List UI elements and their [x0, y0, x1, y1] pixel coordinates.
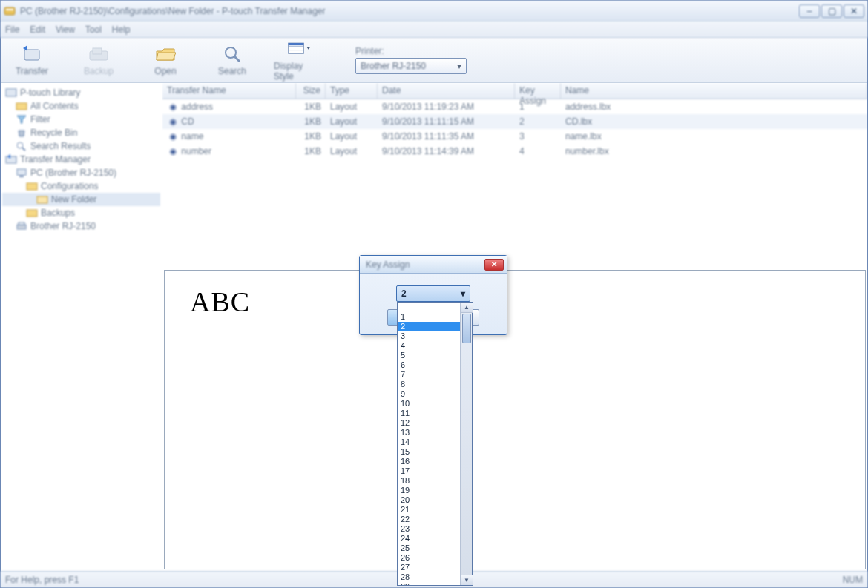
search-button[interactable]: Search [207, 44, 257, 76]
dialog-title: Key Assign [363, 260, 410, 270]
dropdown-option[interactable]: 12 [398, 418, 460, 428]
printer-label: Printer: [355, 46, 467, 56]
close-button[interactable]: ✕ [844, 4, 864, 18]
key-assign-combobox[interactable]: 2 ▾ [396, 285, 470, 302]
app-icon [4, 5, 16, 17]
svg-rect-1 [6, 9, 13, 10]
tree-library[interactable]: P-touch Library [2, 86, 160, 99]
header-transfer-name[interactable]: Transfer Name [162, 83, 296, 99]
tree-search-results[interactable]: Search Results [2, 139, 160, 153]
scroll-thumb[interactable] [462, 314, 471, 343]
dropdown-option[interactable]: 29 [398, 582, 460, 585]
transfer-button[interactable]: Transfer [7, 44, 57, 76]
dialog-close-button[interactable]: ✕ [484, 259, 504, 271]
list-view-icon [287, 39, 311, 59]
scroll-down-button[interactable]: ▼ [461, 575, 473, 585]
menu-tool[interactable]: Tool [85, 24, 102, 35]
backup-icon [87, 44, 111, 65]
dropdown-option[interactable]: 16 [398, 457, 460, 466]
dropdown-option[interactable]: 11 [398, 409, 460, 418]
dropdown-option[interactable]: 24 [398, 534, 460, 544]
tree-backups[interactable]: Backups [2, 206, 160, 219]
scroll-up-button[interactable]: ▲ [461, 303, 473, 313]
status-help: For Help, press F1 [5, 575, 79, 585]
dropdown-option[interactable]: 7 [398, 370, 460, 380]
tree-pc[interactable]: PC (Brother RJ-2150) [2, 166, 160, 179]
right-panel: Transfer Name Size Type Date Key Assign … [162, 83, 867, 571]
header-size[interactable]: Size [296, 83, 326, 99]
tree-panel: P-touch Library All Contents Filter Recy… [1, 83, 162, 571]
svg-point-5 [226, 47, 236, 58]
dropdown-option[interactable]: 23 [398, 524, 460, 534]
app-window: PC (Brother RJ-2150)\Configurations\New … [0, 0, 868, 588]
open-button[interactable]: Open [140, 44, 191, 76]
svg-rect-15 [6, 156, 16, 163]
menu-file[interactable]: File [5, 24, 19, 35]
dropdown-option[interactable]: 26 [398, 553, 460, 563]
list-row[interactable]: ◉ name1KBLayout9/10/2013 11:11:35 AM3nam… [162, 129, 867, 144]
dropdown-option[interactable]: 25 [398, 544, 460, 553]
chevron-down-icon: ▾ [461, 288, 465, 299]
key-assign-dropdown: -123456789101112131415161718192021222324… [397, 302, 473, 586]
minimize-button[interactable]: – [799, 4, 820, 18]
tree-recycle[interactable]: Recycle Bin [2, 126, 160, 139]
printer-select[interactable]: Brother RJ-2150 ▾ [355, 58, 467, 74]
dropdown-option[interactable]: 3 [398, 331, 460, 341]
title-bar: PC (Brother RJ-2150)\Configurations\New … [1, 1, 867, 22]
svg-line-6 [234, 56, 240, 62]
dropdown-option[interactable]: 8 [398, 380, 460, 389]
dropdown-option[interactable]: 22 [398, 515, 460, 524]
dropdown-option[interactable]: 9 [398, 389, 460, 399]
header-date[interactable]: Date [378, 83, 515, 99]
svg-rect-10 [289, 43, 304, 45]
list-row[interactable]: ◉ number1KBLayout9/10/2013 11:14:39 AM4n… [162, 144, 867, 159]
dropdown-option[interactable]: 28 [398, 572, 460, 582]
svg-point-13 [17, 142, 23, 148]
chevron-down-icon: ▾ [457, 61, 461, 71]
svg-rect-2 [24, 50, 39, 60]
dropdown-option[interactable]: 13 [398, 428, 460, 437]
menu-bar: File Edit View Tool Help [1, 22, 867, 38]
dropdown-scrollbar[interactable]: ▲ ▼ [460, 303, 472, 585]
header-key-assign[interactable]: Key Assign [515, 83, 561, 99]
svg-rect-21 [17, 225, 26, 229]
magnifier-icon [220, 44, 244, 65]
tree-transfer-manager[interactable]: Transfer Manager [2, 153, 160, 166]
menu-edit[interactable]: Edit [30, 24, 45, 35]
tree-all-contents[interactable]: All Contents [2, 99, 160, 113]
dropdown-option[interactable]: 2 [398, 322, 460, 331]
dropdown-option[interactable]: 18 [398, 476, 460, 486]
dropdown-option[interactable]: - [398, 303, 460, 312]
menu-view[interactable]: View [56, 24, 75, 35]
dropdown-option[interactable]: 6 [398, 360, 460, 370]
list-row[interactable]: ◉ address1KBLayout9/10/2013 11:19:23 AM1… [162, 99, 867, 114]
maximize-button[interactable]: ▢ [821, 4, 842, 18]
svg-line-14 [22, 148, 25, 151]
dropdown-option[interactable]: 10 [398, 399, 460, 409]
dropdown-option[interactable]: 17 [398, 466, 460, 476]
header-type[interactable]: Type [326, 83, 378, 99]
dropdown-option[interactable]: 15 [398, 447, 460, 457]
list-row[interactable]: ◉ CD1KBLayout9/10/2013 11:11:15 AM2CD.lb… [162, 114, 867, 129]
preview-text: ABC [190, 285, 250, 318]
svg-rect-19 [37, 196, 47, 203]
dropdown-option[interactable]: 14 [398, 437, 460, 447]
svg-rect-17 [19, 176, 24, 177]
dropdown-option[interactable]: 27 [398, 563, 460, 572]
tree-new-folder[interactable]: New Folder [2, 193, 160, 206]
display-style-button[interactable]: Display Style [274, 39, 324, 82]
dropdown-option[interactable]: 4 [398, 341, 460, 351]
tree-filter[interactable]: Filter [2, 113, 160, 126]
dropdown-option[interactable]: 5 [398, 351, 460, 360]
dropdown-option[interactable]: 1 [398, 312, 460, 322]
tree-printer[interactable]: Brother RJ-2150 [2, 219, 160, 233]
dropdown-option[interactable]: 21 [398, 505, 460, 515]
folder-open-icon [154, 44, 177, 65]
header-filename[interactable]: Name [561, 83, 867, 99]
tree-configurations[interactable]: Configurations [2, 179, 160, 193]
dropdown-option[interactable]: 20 [398, 495, 460, 505]
dropdown-option[interactable]: 19 [398, 486, 460, 495]
menu-help[interactable]: Help [112, 24, 131, 35]
svg-rect-18 [27, 183, 37, 190]
svg-rect-12 [16, 103, 27, 110]
